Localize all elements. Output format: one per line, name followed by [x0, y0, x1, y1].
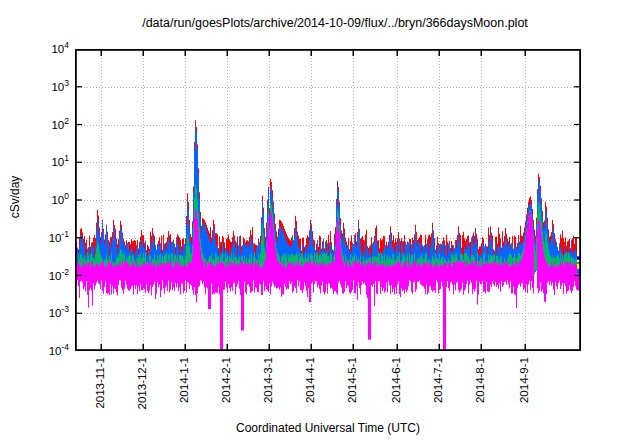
y-tick-label: 103 — [26, 78, 69, 93]
y-tick-label: 102 — [26, 116, 69, 131]
x-tick-label: 2013-11-1 — [93, 357, 107, 409]
x-tick-label: 2014-9-1 — [517, 357, 531, 403]
chart-title: /data/run/goesPlots/archive/2014-10-09/f… — [40, 16, 630, 30]
x-tick-label: 2014-2-1 — [219, 357, 233, 403]
plot-canvas — [75, 49, 581, 351]
x-tick-label: 2014-6-1 — [389, 357, 403, 403]
y-tick-label: 10-1 — [26, 229, 69, 244]
y-tick-label: 10-4 — [26, 342, 69, 357]
y-tick-label: 104 — [26, 40, 69, 55]
x-tick-label: 2014-3-1 — [261, 357, 275, 403]
x-tick-label: 2014-5-1 — [345, 357, 359, 403]
y-tick-label: 10-2 — [26, 267, 69, 282]
x-tick-label: 2014-7-1 — [431, 357, 445, 403]
x-tick-label: 2014-1-1 — [177, 357, 191, 403]
y-tick-label: 101 — [26, 153, 69, 168]
goes-flux-plot-figure: /data/run/goesPlots/archive/2014-10-09/f… — [0, 0, 640, 448]
y-axis-label: cSv/day — [8, 157, 24, 237]
x-axis-label: Coordinated Universal Time (UTC) — [75, 421, 581, 435]
x-tick-label: 2014-8-1 — [473, 357, 487, 403]
y-tick-label: 10-3 — [26, 304, 69, 319]
x-tick-label: 2014-4-1 — [303, 357, 317, 403]
y-tick-label: 100 — [26, 191, 69, 206]
x-tick-label: 2013-12-1 — [135, 357, 149, 409]
